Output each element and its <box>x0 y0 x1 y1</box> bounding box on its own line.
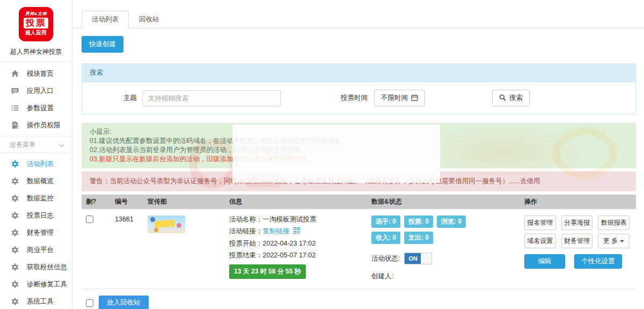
table-header: 删? 编号 宣传图 信息 数据&状态 操作 <box>82 195 636 209</box>
sidebar-item-label: 应用入口 <box>27 87 54 96</box>
gear-icon <box>11 211 19 220</box>
caret-down-icon <box>620 240 624 242</box>
domain-settings-button[interactable]: 域名设置 <box>524 234 556 248</box>
home-icon <box>11 69 19 78</box>
chevron-down-icon <box>59 141 64 149</box>
personalize-button[interactable]: 个性化设置 <box>574 254 622 269</box>
vote-start-time: 2022-04-23 17:02 <box>263 240 316 247</box>
sidebar-main-menu: 模块首页 应用入口 参数设置 操作员权限 <box>0 62 72 134</box>
promo-image <box>148 215 185 233</box>
document-edit-icon <box>11 121 19 130</box>
section-label: 业务菜单 <box>10 140 35 149</box>
more-button[interactable]: 更 多 <box>598 234 630 248</box>
gear-icon <box>11 177 19 185</box>
stat-badge-players: 选手: 0 <box>371 215 400 228</box>
search-icon <box>499 94 506 103</box>
countdown-badge: 13 天 23 时 58 分 55 秒 <box>229 264 306 279</box>
header-image: 宣传图 <box>148 197 229 206</box>
edit-button[interactable]: 编辑 <box>524 254 565 269</box>
move-to-recycle-button[interactable]: 放入回收站 <box>99 296 149 309</box>
gear-icon <box>11 228 19 237</box>
sidebar-item-label: 操作员权限 <box>27 121 61 130</box>
sidebar: 男神&女神 投票 超人应用 超人男神女神投票 模块首页 应用入口 <box>0 0 72 309</box>
search-panel-title: 搜索 <box>82 64 635 82</box>
app-name: 超人男神女神投票 <box>0 47 72 56</box>
sidebar-item-app-entry[interactable]: 应用入口 <box>0 82 72 99</box>
main-content: 活动列表 回收站 快速创建 搜索 主题 投票时间 不限时间 <box>72 0 644 309</box>
header-id: 编号 <box>115 197 148 206</box>
content-area: 快速创建 搜索 主题 投票时间 不限时间 <box>72 28 644 309</box>
activity-info: 活动名称：一淘模板测试投票 活动链接：复制链接 投票开始：2022-04-23 … <box>229 215 371 281</box>
vote-start-label: 投票开始： <box>229 240 263 247</box>
stat-badge-views: 浏览: 0 <box>437 215 466 228</box>
topic-label: 主题 <box>90 94 137 103</box>
search-panel: 搜索 主题 投票时间 不限时间 搜索 <box>82 63 636 114</box>
tab-activity-list[interactable]: 活动列表 <box>82 11 129 28</box>
sidebar-item-activity-list[interactable]: 活动列表 <box>0 155 72 173</box>
tips-line-2: 02.活动列表显示当前登录用户为管理员的活动，列表为空请联系管理员 <box>90 146 628 155</box>
sidebar-item-label: 系统工具 <box>27 297 54 306</box>
tips-alert: 小提示: 01.建议优先配置参数设置中的活码域名，在活动中配置二级或三级域名作为… <box>82 123 636 168</box>
activity-table: 删? 编号 宣传图 信息 数据&状态 操作 13661 <box>82 195 636 309</box>
header-actions: 操作 <box>524 197 636 206</box>
sidebar-business-menu: 活动列表 数据概览 数据监控 投票日志 财务管理 商业平台 <box>0 153 72 309</box>
sidebar-item-business-platform[interactable]: 商业平台 <box>0 241 72 258</box>
vote-time-label: 投票时间 <box>341 94 368 103</box>
sidebar-item-label: 财务管理 <box>27 228 54 238</box>
sidebar-item-data-overview[interactable]: 数据概览 <box>0 173 72 190</box>
sidebar-item-operator-permissions[interactable]: 操作员权限 <box>0 117 72 134</box>
gear-icon <box>11 194 19 203</box>
sidebar-section-business-menu[interactable]: 业务菜单 <box>0 136 72 153</box>
sidebar-item-module-home[interactable]: 模块首页 <box>0 65 72 82</box>
table-footer: 放入回收站 <box>82 289 636 309</box>
stat-badge-votes: 投票: 0 <box>404 215 433 228</box>
calendar-icon <box>411 94 418 103</box>
sidebar-item-system-tools[interactable]: 系统工具 <box>0 293 72 309</box>
sidebar-item-label: 商业平台 <box>27 246 54 255</box>
data-report-button[interactable]: 数据报表 <box>598 215 630 230</box>
search-button[interactable]: 搜索 <box>492 90 530 106</box>
sidebar-item-get-fans-info[interactable]: 获取粉丝信息 <box>0 258 72 276</box>
vote-end-label: 投票结束： <box>229 251 263 259</box>
header-delete: 删? <box>82 197 115 206</box>
gear-icon <box>11 297 19 306</box>
tab-recycle-bin[interactable]: 回收站 <box>129 11 170 28</box>
toggle-on-label: ON <box>405 253 421 264</box>
tips-line-1: 01.建议优先配置参数设置中的活码域名，在活动中配置二级或三级域名作为落地域名 <box>90 136 628 146</box>
sidebar-item-data-monitor[interactable]: 数据监控 <box>0 190 72 207</box>
header-data-status: 数据&状态 <box>371 197 524 206</box>
logo-tagline: 男神&女神 <box>21 11 51 17</box>
sidebar-item-finance[interactable]: 财务管理 <box>0 224 72 241</box>
activity-stats: 选手: 0投票: 0浏览: 0 收入: 0支出: 0 活动状态: ON <box>371 215 524 281</box>
select-row-checkbox[interactable] <box>86 215 93 223</box>
sidebar-item-label: 活动列表 <box>27 160 54 169</box>
sidebar-item-label: 投票日志 <box>27 211 54 220</box>
quick-create-button[interactable]: 快速创建 <box>82 36 123 53</box>
signup-manage-button[interactable]: 报名管理 <box>524 215 556 230</box>
finance-manage-button[interactable]: 财务管理 <box>561 234 593 248</box>
sidebar-item-diagnostic-tools[interactable]: 诊断修复工具 <box>0 276 72 293</box>
gear-icon <box>11 280 19 289</box>
sidebar-item-vote-log[interactable]: 投票日志 <box>0 207 72 224</box>
creator-label: 创建人: <box>371 272 524 281</box>
stat-badge-income: 收入: 0 <box>371 232 400 244</box>
gear-icon <box>11 263 19 271</box>
logo-subtitle: 超人应用 <box>21 29 51 37</box>
sidebar-item-parameter-settings[interactable]: 参数设置 <box>0 99 72 117</box>
chat-icon <box>11 87 19 95</box>
topic-search-input[interactable] <box>142 90 281 106</box>
tips-title: 小提示: <box>90 127 628 136</box>
activity-status-toggle[interactable]: ON <box>404 253 432 264</box>
sidebar-item-label: 获取粉丝信息 <box>27 263 67 272</box>
activity-name: 一淘模板测试投票 <box>263 215 317 223</box>
qr-code-icon[interactable] <box>294 228 300 235</box>
sidebar-item-label: 数据概览 <box>27 177 54 186</box>
promo-ribbon <box>155 220 175 228</box>
time-range-button[interactable]: 不限时间 <box>374 90 425 106</box>
warning-text: 警告：当前活动公众号类型为非认证服务号，同时未借用oauth权限，会导致重复关注… <box>90 177 540 185</box>
select-all-checkbox[interactable] <box>86 299 93 307</box>
vote-end-time: 2022-05-07 17:02 <box>263 251 316 259</box>
app-logo: 男神&女神 投票 超人应用 <box>19 7 53 41</box>
share-poster-button[interactable]: 分享海报 <box>561 215 593 230</box>
copy-link[interactable]: 复制链接 <box>263 227 290 235</box>
